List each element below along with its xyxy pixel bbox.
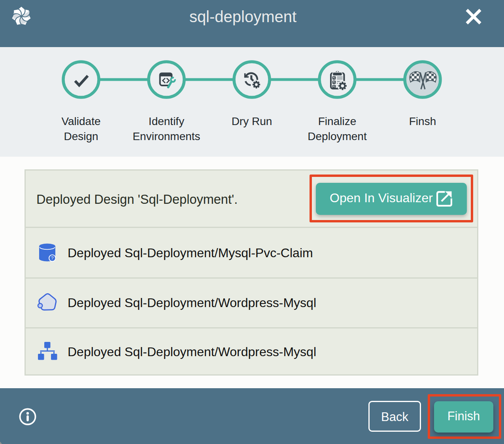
svg-text:?: ? [51,256,53,260]
